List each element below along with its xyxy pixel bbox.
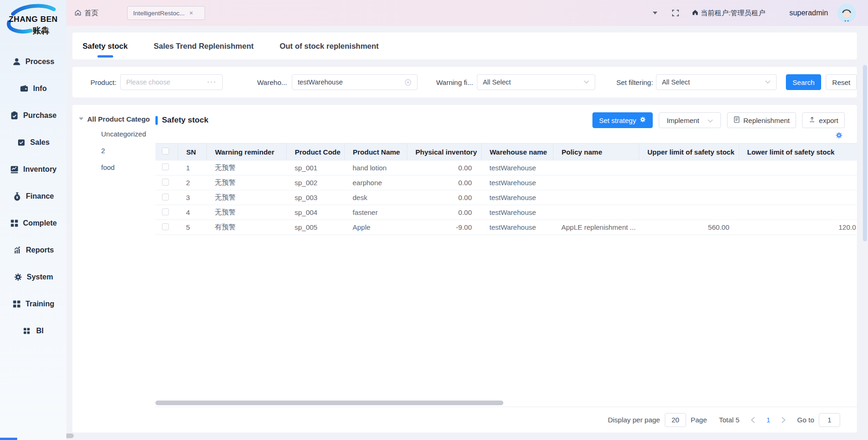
- cell-policy: [553, 175, 639, 190]
- cell-product-code: sp_004: [286, 205, 344, 220]
- tab-safety-stock[interactable]: Safety stock: [83, 42, 128, 51]
- tree-item-uncategorized[interactable]: Uncategorized: [72, 125, 155, 142]
- display-per-page-label: Display per page: [608, 416, 660, 424]
- caret-down-icon: [79, 117, 84, 120]
- prev-page-icon[interactable]: [751, 417, 755, 423]
- home-breadcrumb[interactable]: 首页: [74, 9, 98, 18]
- next-page-icon[interactable]: [781, 417, 786, 423]
- column-header-warning-reminder[interactable]: Warning reminder: [206, 143, 286, 161]
- pagination-bar: Display per page 20 Page Total 5 1 Go to…: [155, 407, 857, 433]
- avatar[interactable]: [837, 4, 856, 22]
- current-page[interactable]: 1: [766, 416, 770, 424]
- cell-sn: 1: [178, 161, 206, 175]
- table-row: 3 无预警 sp_003 desk 0.00 testWarehouse: [155, 190, 857, 205]
- money-bag-icon: [13, 192, 22, 201]
- sidebar-item-process[interactable]: Process: [0, 48, 66, 75]
- tree-root-all-product-categories[interactable]: All Product Catego: [72, 112, 155, 125]
- implement-label: Implement: [667, 116, 699, 124]
- cell-lower-limit: [739, 161, 857, 175]
- open-page-tab[interactable]: IntelligentRestoc... ×: [127, 6, 205, 20]
- tab-sales-trend-replenishment[interactable]: Sales Trend Replenishment: [154, 42, 253, 51]
- row-checkbox[interactable]: [162, 194, 169, 201]
- select-all-checkbox[interactable]: [162, 148, 169, 155]
- scrollbar-thumb[interactable]: [155, 401, 503, 405]
- column-settings-gear-icon[interactable]: [835, 131, 843, 141]
- column-header-physical-inventory[interactable]: Physical inventory: [407, 143, 481, 161]
- search-button[interactable]: Search: [786, 74, 821, 90]
- clipboard-check-icon: [10, 111, 19, 120]
- cell-warehouse: testWarehouse: [481, 175, 553, 190]
- row-checkbox[interactable]: [162, 223, 169, 230]
- sidebar-item-finance[interactable]: Finance: [0, 183, 66, 210]
- replenishment-label: Replenishment: [743, 116, 790, 124]
- logo-swoosh-top: [10, 4, 57, 16]
- box-check-icon: [17, 138, 26, 147]
- tenant-indicator[interactable]: 当前租户:管理员租户: [692, 9, 765, 18]
- brand-name-en: ZHANG BEN: [0, 15, 66, 24]
- bottom-blue-strip: [0, 438, 17, 440]
- user-icon: [12, 57, 21, 66]
- clear-icon[interactable]: [405, 79, 411, 86]
- sidebar-item-bi[interactable]: BI: [0, 317, 66, 344]
- column-header-upper-limit[interactable]: Upper limit of safety stock: [639, 143, 739, 161]
- reset-button[interactable]: Reset: [826, 74, 857, 90]
- column-header-product-code[interactable]: Product Code: [286, 143, 344, 161]
- table-row: 5 有预警 sp_005 Apple -9.00 testWarehouse A…: [155, 220, 857, 235]
- sidebar: ZHANG BEN 账犇 Process Info Purchase Sales: [0, 0, 66, 440]
- cell-warehouse: testWarehouse: [481, 190, 553, 205]
- sidebar-item-info[interactable]: Info: [0, 75, 66, 102]
- tree-root-label: All Product Catego: [87, 115, 150, 123]
- set-strategy-button[interactable]: Set strategy: [592, 112, 653, 128]
- tree-item-food[interactable]: food: [72, 159, 155, 175]
- sidebar-item-complete[interactable]: Complete: [0, 210, 66, 237]
- warehouse-input[interactable]: testWarehouse: [292, 74, 418, 90]
- sidebar-item-label: Process: [26, 58, 54, 66]
- row-checkbox[interactable]: [162, 163, 169, 170]
- product-input[interactable]: Please choose ···: [120, 74, 223, 90]
- tab-out-of-stock-replenishment[interactable]: Out of stock replenishment: [280, 42, 379, 51]
- grid-icon: [23, 326, 32, 336]
- sidebar-item-system[interactable]: System: [0, 264, 66, 291]
- chevron-down-icon: [707, 116, 713, 124]
- implement-button[interactable]: Implement: [659, 112, 721, 128]
- close-icon[interactable]: ×: [189, 9, 193, 17]
- cell-warning: 无预警: [206, 190, 286, 205]
- tree-item-2[interactable]: 2: [72, 142, 155, 159]
- warning-filter-select[interactable]: All Select: [477, 74, 596, 90]
- cell-physical-inventory: 0.00: [407, 205, 481, 220]
- main-area: Safety stock Sales Trend Replenishment O…: [66, 26, 868, 440]
- username[interactable]: superadmin: [789, 9, 828, 17]
- column-header-warehouse-name[interactable]: Warehouse name: [481, 143, 553, 161]
- sidebar-item-label: Inventory: [23, 165, 57, 174]
- fullscreen-icon[interactable]: [671, 9, 680, 17]
- cell-sn: 5: [178, 220, 206, 235]
- row-checkbox[interactable]: [162, 179, 169, 186]
- sidebar-item-training[interactable]: Training: [0, 291, 66, 317]
- column-header-product-name[interactable]: Product Name: [344, 143, 407, 161]
- cell-lower-limit: [739, 175, 857, 190]
- ellipsis-icon[interactable]: ···: [207, 78, 217, 86]
- sidebar-item-inventory[interactable]: Inventory: [0, 156, 66, 183]
- cell-physical-inventory: 0.00: [407, 175, 481, 190]
- column-header-lower-limit[interactable]: Lower limit of safety stock: [739, 143, 857, 161]
- gear-icon: [639, 116, 646, 124]
- column-header-sn[interactable]: SN: [178, 143, 206, 161]
- set-filtering-select[interactable]: All Select: [656, 74, 777, 90]
- chevron-down-icon: [765, 80, 771, 84]
- cell-policy: AppLE replenishment ...: [553, 220, 639, 235]
- cell-warehouse: testWarehouse: [481, 161, 553, 175]
- export-button[interactable]: export: [802, 112, 845, 128]
- sidebar-item-purchase[interactable]: Purchase: [0, 102, 66, 129]
- row-checkbox[interactable]: [162, 208, 169, 215]
- cell-sn: 2: [178, 175, 206, 190]
- column-header-policy-name[interactable]: Policy name: [553, 143, 639, 161]
- page-vertical-scrollbar-thumb[interactable]: [863, 65, 867, 241]
- sidebar-item-sales[interactable]: Sales: [0, 129, 66, 156]
- goto-page-input[interactable]: 1: [819, 413, 840, 427]
- sidebar-item-reports[interactable]: Reports: [0, 237, 66, 264]
- per-page-input[interactable]: 20: [665, 413, 686, 427]
- cell-product-name: earphone: [344, 175, 407, 190]
- sidebar-item-label: Info: [33, 84, 46, 93]
- chevron-down-icon[interactable]: [653, 12, 657, 14]
- replenishment-button[interactable]: Replenishment: [727, 112, 796, 128]
